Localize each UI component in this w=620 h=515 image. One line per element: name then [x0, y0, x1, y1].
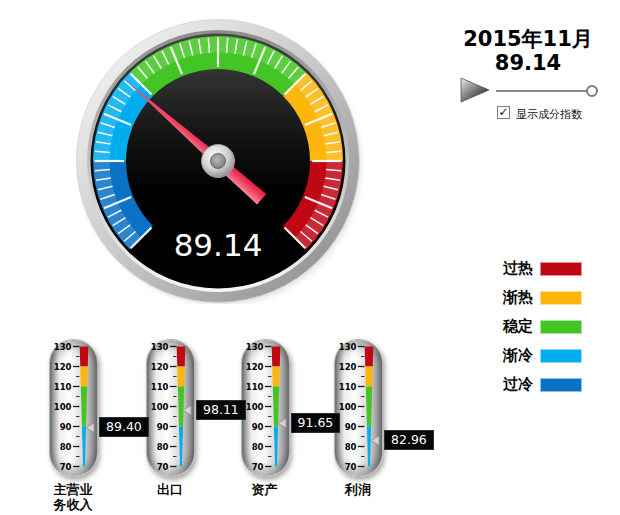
thermo-scale: 708090100110120130 [335, 340, 384, 478]
thermo-label: 出口 [123, 482, 218, 497]
legend-row: 渐热 [460, 283, 582, 312]
thermo-band [82, 427, 86, 467]
thermo-band [179, 427, 183, 467]
thermo-tick-label: 120 [151, 362, 169, 372]
legend-label: 过冷 [503, 375, 533, 394]
gauge-value: 89.14 [174, 227, 263, 263]
dashboard: 89.14 2015年11月 89.14 ✓ 显示成分指数 过热渐热稳定渐冷过冷… [0, 0, 620, 515]
thermo-tick-label: 130 [339, 342, 357, 352]
thermo-label-line: 资产 [217, 482, 312, 497]
thermo-tick-label: 120 [245, 362, 263, 372]
legend-swatch [540, 291, 582, 305]
thermo-tick-label: 70 [157, 462, 169, 472]
thermometer: 70809010011012013089.40主营业务收入 [26, 339, 121, 515]
thermo-value-tooltip: 82.96 [384, 430, 434, 450]
legend-label: 过热 [503, 259, 533, 278]
thermo-band [365, 347, 374, 367]
legend-label: 渐热 [503, 288, 533, 307]
thermo-band [273, 427, 277, 467]
thermo-tick-label: 100 [151, 402, 169, 412]
thermo-tick-label: 130 [151, 342, 169, 352]
thermo-scale: 708090100110120130 [147, 340, 196, 478]
thermo-marker[interactable] [183, 406, 192, 415]
thermo-tick-label: 100 [339, 402, 357, 412]
legend-row: 稳定 [460, 312, 582, 341]
thermo-band [81, 387, 87, 427]
thermo-label: 利润 [311, 482, 406, 497]
thermo-label-line: 利润 [311, 482, 406, 497]
thermo-tick-label: 110 [151, 382, 169, 392]
thermo-tick-label: 90 [60, 422, 72, 432]
thermo-label-line: 务收入 [26, 497, 121, 512]
thermo-tick-label: 90 [345, 422, 357, 432]
thermo-tick-label: 90 [251, 422, 263, 432]
thermo-tick-label: 110 [339, 382, 357, 392]
legend-swatch [540, 262, 582, 276]
thermo-label: 主营业务收入 [26, 482, 121, 512]
legend-swatch [540, 378, 582, 392]
thermo-tick-label: 80 [60, 442, 72, 452]
time-slider-handle[interactable] [586, 85, 598, 97]
thermo-tick-label: 120 [339, 362, 357, 372]
thermo-label: 资产 [217, 482, 312, 497]
legend-swatch [540, 349, 582, 363]
thermo-tick-label: 100 [245, 402, 263, 412]
thermo-band [80, 347, 89, 367]
thermo-capsule: 708090100110120130 [334, 339, 383, 477]
show-components-checkbox[interactable]: ✓ [497, 106, 510, 119]
thermo-band [272, 367, 279, 387]
main-gauge: 89.14 [70, 18, 366, 304]
legend-row: 渐冷 [460, 341, 582, 370]
thermo-label-line: 出口 [123, 482, 218, 497]
header-value: 89.14 [440, 51, 616, 75]
thermo-capsule: 708090100110120130 [146, 339, 195, 477]
thermo-tick-label: 110 [54, 382, 72, 392]
thermo-band [80, 367, 87, 387]
legend: 过热渐热稳定渐冷过冷 [460, 254, 582, 399]
thermo-tick-label: 80 [157, 442, 169, 452]
thermo-marker[interactable] [371, 436, 380, 445]
thermo-band [365, 367, 372, 387]
thermo-band [178, 387, 184, 427]
thermo-marker[interactable] [277, 419, 286, 428]
thermo-band [177, 367, 184, 387]
show-components-checkbox-label: 显示成分指数 [516, 107, 582, 122]
thermo-tick-label: 70 [60, 462, 72, 472]
thermo-value-tooltip: 98.11 [196, 400, 246, 420]
thermo-capsule: 708090100110120130 [49, 339, 98, 477]
time-slider-track[interactable] [496, 90, 592, 92]
thermo-tick-label: 80 [345, 442, 357, 452]
gauge-hub-center [211, 154, 226, 169]
legend-label: 渐冷 [503, 346, 533, 365]
thermo-band [272, 387, 278, 427]
thermo-scale: 708090100110120130 [242, 340, 291, 478]
thermo-tick-label: 80 [251, 442, 263, 452]
thermo-tick-label: 70 [345, 462, 357, 472]
main-gauge-svg: 89.14 [70, 18, 366, 304]
thermo-band [367, 427, 371, 467]
thermo-tick-label: 130 [245, 342, 263, 352]
thermo-label-line: 主营业 [26, 482, 121, 497]
thermo-tick-label: 110 [245, 382, 263, 392]
play-button[interactable] [460, 77, 490, 103]
thermo-value-tooltip: 91.65 [291, 413, 341, 433]
thermo-marker[interactable] [86, 423, 95, 432]
thermo-band [366, 387, 372, 427]
thermo-scale: 708090100110120130 [50, 340, 99, 478]
thermo-tick-label: 100 [54, 402, 72, 412]
thermo-tick-label: 120 [54, 362, 72, 372]
thermo-capsule: 708090100110120130 [241, 339, 290, 477]
thermo-tick-label: 90 [157, 422, 169, 432]
thermometer: 70809010011012013091.65资产 [217, 339, 312, 515]
thermo-tick-label: 130 [54, 342, 72, 352]
legend-swatch [540, 320, 582, 334]
legend-row: 过冷 [460, 370, 582, 399]
thermo-band [271, 347, 280, 367]
header-date: 2015年11月 [440, 27, 616, 51]
thermo-tick-label: 70 [251, 462, 263, 472]
thermo-value-tooltip: 89.40 [99, 417, 149, 437]
play-icon [461, 78, 489, 102]
legend-label: 稳定 [503, 317, 533, 336]
legend-row: 过热 [460, 254, 582, 283]
thermo-band [177, 347, 186, 367]
